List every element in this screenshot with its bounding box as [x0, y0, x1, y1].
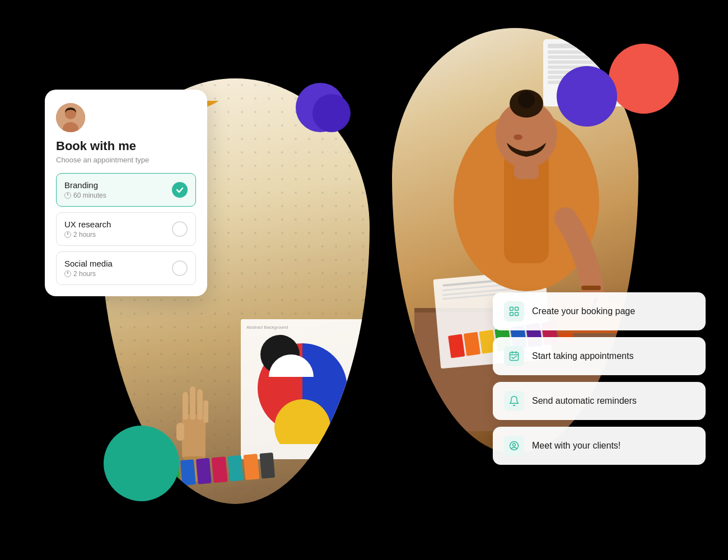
appt-name-social: Social media — [64, 259, 113, 268]
appointment-ux-research[interactable]: UX research 2 hours — [56, 212, 196, 246]
svg-rect-55 — [515, 312, 519, 316]
grid-icon — [508, 306, 520, 317]
svg-rect-19 — [176, 423, 184, 441]
svg-rect-51 — [514, 162, 539, 179]
appt-duration-social: 2 hours — [64, 270, 113, 278]
svg-rect-50 — [581, 286, 601, 290]
feature-card-clients: Meet with your clients! — [493, 427, 706, 465]
circle-teal — [104, 426, 179, 501]
appt-duration-ux: 2 hours — [64, 231, 111, 239]
geo-poster: Abstract Background — [241, 319, 364, 459]
card-subtitle: Choose an appointment type — [56, 156, 196, 164]
user-circle-icon — [508, 440, 520, 451]
feature-text-booking-page: Create your booking page — [532, 306, 635, 316]
clock-icon-ux — [64, 231, 71, 238]
clock-icon-social — [64, 270, 71, 277]
circle-coral — [609, 44, 679, 114]
circle-purple-right — [557, 66, 617, 127]
appt-duration-branding: 60 minutes — [64, 192, 106, 199]
feature-text-clients: Meet with your clients! — [532, 441, 620, 451]
feature-text-appointments: Start taking appointments — [532, 351, 633, 361]
booking-card: Book with me Choose an appointment type … — [45, 90, 207, 296]
main-scene: Abstract Background — [0, 0, 728, 560]
svg-rect-53 — [515, 307, 519, 311]
avatar — [56, 103, 85, 132]
svg-rect-52 — [510, 307, 514, 311]
svg-point-46 — [518, 91, 535, 108]
appt-name-branding: Branding — [64, 180, 106, 190]
card-title: Book with me — [56, 139, 196, 153]
svg-rect-17 — [197, 389, 203, 420]
feature-card-appointments: Start taking appointments — [493, 337, 706, 375]
circle-purple-2 — [312, 94, 351, 132]
feature-text-reminders: Send automatic reminders — [532, 396, 637, 406]
feature-card-booking-page: Create your booking page — [493, 292, 706, 330]
bell-icon-wrap — [504, 391, 524, 411]
appointment-social-media[interactable]: Social media 2 hours — [56, 251, 196, 285]
svg-rect-15 — [183, 392, 188, 420]
svg-point-47 — [514, 134, 522, 140]
clock-icon — [64, 192, 71, 199]
svg-rect-56 — [510, 352, 519, 360]
svg-rect-54 — [510, 312, 514, 316]
radio-social — [172, 260, 188, 276]
bell-icon — [508, 395, 520, 407]
feature-cards-list: Create your booking page Start taking ap… — [493, 292, 706, 465]
radio-ux — [172, 221, 188, 237]
svg-rect-18 — [203, 400, 208, 423]
grid-icon-wrap — [504, 301, 524, 321]
appointment-branding[interactable]: Branding 60 minutes — [56, 173, 196, 207]
svg-point-61 — [513, 444, 516, 446]
appointment-list: Branding 60 minutes — [56, 173, 196, 285]
calendar-icon-wrap — [504, 346, 524, 366]
calendar-check-icon — [508, 351, 520, 362]
appt-name-ux: UX research — [64, 220, 111, 229]
user-circle-icon-wrap — [504, 436, 524, 456]
svg-rect-16 — [190, 386, 195, 420]
check-circle-branding — [172, 182, 188, 198]
feature-card-reminders: Send automatic reminders — [493, 382, 706, 420]
